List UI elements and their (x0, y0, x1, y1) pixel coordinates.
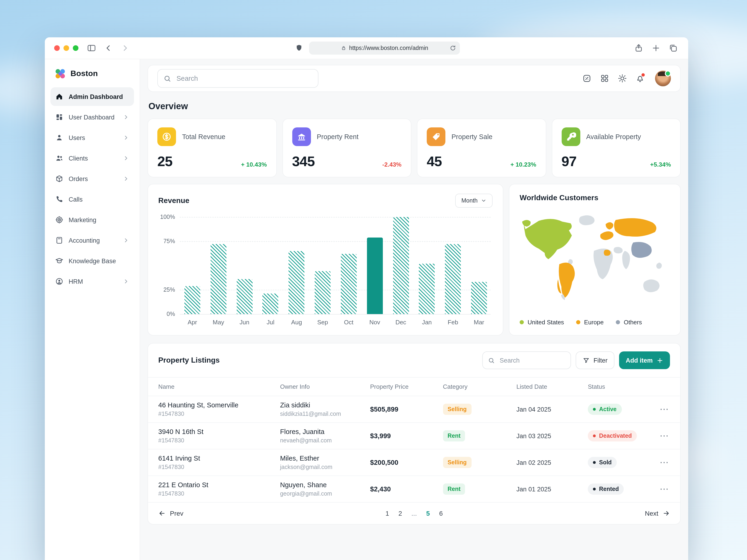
x-axis-label: Oct (341, 319, 357, 326)
column-header-property-price: Property Price (365, 377, 438, 396)
notifications-bell-icon[interactable] (636, 74, 645, 83)
x-axis-label: Sep (315, 319, 331, 326)
sidebar-item-user-dashboard[interactable]: User Dashboard (50, 108, 134, 127)
tab-overview-icon[interactable] (669, 44, 678, 53)
owner-name: Zia siddiki (280, 401, 361, 409)
page-6[interactable]: 6 (439, 510, 443, 517)
sidebar-item-calls[interactable]: Calls (50, 190, 134, 209)
search-input[interactable] (176, 74, 312, 83)
sidebar-item-label: HRM (69, 278, 83, 285)
sidebar-item-admin-dashboard[interactable]: Admin Dashboard (50, 87, 134, 106)
bar-sep[interactable] (315, 271, 331, 314)
legend-dot (520, 320, 524, 324)
legend-dot (576, 320, 580, 324)
dashboard-icon (55, 113, 63, 121)
sidebar-item-users[interactable]: Users (50, 128, 134, 147)
owner-email: georgia@gmail.com (280, 490, 361, 497)
page-ellipsis: ... (411, 510, 417, 517)
apps-grid-icon[interactable] (600, 74, 609, 83)
row-actions-menu[interactable]: ⋯ (660, 484, 669, 494)
minimize-window-button[interactable] (63, 45, 69, 51)
chart-x-labels: AprMayJunJulAugSepOctNovDecJanFebMar (184, 319, 487, 326)
refresh-icon[interactable] (449, 45, 456, 51)
table-row: 3940 N 16th St#1547830Flores, Juanitanev… (148, 423, 680, 449)
sidebar-toggle-icon[interactable] (87, 44, 96, 53)
property-id: #1547830 (158, 464, 271, 471)
property-price: $2,430 (370, 485, 391, 493)
shortcut-icon[interactable] (582, 74, 592, 83)
funnel-icon (583, 357, 590, 364)
clients-icon (55, 154, 63, 162)
close-window-button[interactable] (54, 45, 60, 51)
property-id: #1547830 (158, 437, 271, 444)
stat-card-property-sale: Property Sale45+ 10.23% (417, 118, 546, 177)
stat-card-total-revenue: Total Revenue25+ 10.43% (148, 118, 277, 177)
url-bar[interactable]: https://www.boston.com/admin (309, 42, 460, 55)
table-row: 46 Haunting St, Somerville#1547830Zia si… (148, 396, 680, 423)
property-name: 46 Haunting St, Somerville (158, 401, 271, 409)
filter-button[interactable]: Filter (576, 351, 614, 369)
top-bar (148, 65, 681, 92)
global-search[interactable] (157, 69, 318, 88)
bar-jan[interactable] (419, 264, 435, 314)
page-1[interactable]: 1 (385, 510, 389, 517)
listings-search[interactable] (482, 351, 571, 369)
bar-jun[interactable] (236, 279, 252, 314)
row-actions-menu[interactable]: ⋯ (660, 457, 669, 467)
privacy-shield-icon[interactable] (295, 44, 303, 52)
prev-button[interactable]: Prev (158, 510, 183, 517)
bar-feb[interactable] (445, 244, 461, 314)
chevron-right-icon (123, 114, 129, 121)
property-id: #1547830 (158, 490, 271, 497)
bar-jul[interactable] (263, 294, 279, 314)
bar-may[interactable] (211, 244, 227, 314)
zoom-window-button[interactable] (73, 45, 78, 51)
back-icon[interactable] (104, 44, 113, 53)
filter-label: Filter (593, 357, 608, 364)
page-5[interactable]: 5 (426, 510, 430, 517)
listings-search-input[interactable] (499, 356, 565, 364)
sidebar-item-knowledge-base[interactable]: Knowledge Base (50, 251, 134, 270)
boston-logo-icon (54, 68, 66, 80)
revenue-title: Revenue (158, 196, 189, 205)
new-tab-icon[interactable] (651, 44, 661, 53)
search-icon (488, 357, 495, 364)
pagination: Prev 12...56 Next (148, 503, 680, 524)
listed-date: Jan 03 2025 (516, 433, 551, 439)
bar-dec[interactable] (393, 217, 409, 314)
y-axis-label: 100% (158, 214, 175, 220)
add-item-button[interactable]: Add item (619, 351, 670, 369)
tag-icon (427, 127, 445, 146)
stat-delta: -2.43% (382, 161, 402, 168)
row-actions-menu[interactable]: ⋯ (660, 431, 669, 441)
marketing-icon (55, 216, 63, 224)
avatar[interactable] (655, 71, 671, 86)
sidebar-item-marketing[interactable]: Marketing (50, 211, 134, 229)
bar-nov[interactable] (367, 237, 383, 314)
sidebar-item-accounting[interactable]: Accounting (50, 231, 134, 250)
row-actions-menu[interactable]: ⋯ (660, 404, 669, 414)
chevron-right-icon (123, 134, 129, 141)
sidebar-item-label: Accounting (69, 237, 100, 244)
theme-sun-icon[interactable] (618, 74, 627, 83)
property-name: 221 E Ontario St (158, 481, 271, 488)
sidebar-item-orders[interactable]: Orders (50, 169, 134, 188)
chevron-right-icon (123, 176, 129, 182)
share-icon[interactable] (634, 44, 643, 53)
forward-icon[interactable] (121, 44, 130, 53)
sidebar-item-clients[interactable]: Clients (50, 149, 134, 167)
stat-value: 45 (427, 154, 442, 169)
owner-name: Nguyen, Shane (280, 481, 361, 488)
period-dropdown[interactable]: Month (456, 194, 493, 208)
sidebar-item-hrm[interactable]: HRM (50, 272, 134, 291)
sidebar-item-label: User Dashboard (69, 114, 114, 121)
next-button[interactable]: Next (645, 510, 670, 517)
bar-oct[interactable] (341, 254, 357, 314)
stat-card-property-rent: Property Rent345-2.43% (282, 118, 411, 177)
column-header-status: Status (583, 377, 655, 396)
bar-mar[interactable] (471, 282, 487, 314)
bar-apr[interactable] (184, 286, 200, 314)
calls-icon (55, 195, 63, 204)
bar-aug[interactable] (289, 251, 305, 314)
page-2[interactable]: 2 (398, 510, 402, 517)
